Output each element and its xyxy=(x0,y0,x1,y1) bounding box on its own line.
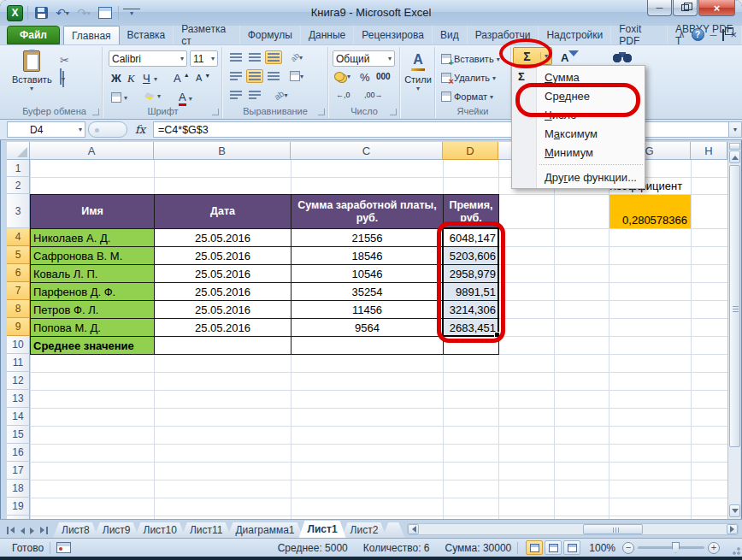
align-top-button[interactable] xyxy=(227,50,244,64)
zoom-out-button[interactable]: − xyxy=(622,542,634,554)
dialog-launcher-icon[interactable] xyxy=(390,109,397,115)
maximize-button[interactable] xyxy=(673,0,698,16)
decrease-indent-button[interactable] xyxy=(227,88,244,102)
zoom-slider-thumb[interactable] xyxy=(672,542,680,553)
select-all-corner[interactable] xyxy=(7,142,30,160)
sort-filter-button[interactable]: А xyxy=(561,49,579,65)
tab-review[interactable]: Рецензирова xyxy=(354,26,433,44)
sheet-tab[interactable]: Лист8 xyxy=(53,522,98,538)
cell-d10[interactable] xyxy=(444,337,499,355)
cell-c6[interactable]: 10546 xyxy=(292,265,444,283)
font-size-combo[interactable]: 11▾ xyxy=(190,50,218,67)
macro-record-icon[interactable] xyxy=(56,542,71,553)
autosum-button[interactable]: Σ ▾ xyxy=(513,47,552,65)
row-header[interactable]: 12 xyxy=(7,372,30,390)
accounting-format-button[interactable]: ▾ xyxy=(332,71,353,82)
cell-c9[interactable]: 9564 xyxy=(292,319,444,337)
align-right-button[interactable] xyxy=(265,69,282,83)
prev-sheet-button[interactable] xyxy=(17,528,25,534)
column-header-b[interactable]: B xyxy=(154,142,291,160)
scroll-left-button[interactable] xyxy=(408,524,419,534)
zoom-in-button[interactable]: + xyxy=(708,542,720,554)
row-header[interactable]: 5 xyxy=(7,246,30,264)
format-cells-button[interactable]: Формат▾ xyxy=(439,89,496,104)
chevron-down-icon[interactable]: ▾ xyxy=(154,75,157,83)
normal-view-button[interactable] xyxy=(526,540,543,555)
zoom-slider[interactable] xyxy=(638,546,704,549)
horizontal-scrollbar[interactable] xyxy=(407,523,739,535)
cell-b8[interactable]: 25.05.2016 xyxy=(155,301,292,319)
cell-a4[interactable]: Николаев А. Д. xyxy=(31,229,155,247)
cell-b10[interactable] xyxy=(155,337,292,355)
styles-button[interactable]: A Стили ▾ xyxy=(403,52,433,92)
tab-data[interactable]: Данные xyxy=(301,26,354,44)
increase-indent-button[interactable] xyxy=(246,88,263,102)
underline-button[interactable]: Ч xyxy=(140,71,153,85)
table-header-cell[interactable]: Премия, руб. xyxy=(444,195,499,229)
align-center-button[interactable] xyxy=(246,69,263,83)
workbook-restore-button[interactable] xyxy=(722,30,724,40)
percent-style-button[interactable]: % xyxy=(357,70,373,85)
shrink-font-button[interactable]: А▼ xyxy=(193,72,213,84)
dialog-launcher-icon[interactable] xyxy=(92,109,99,115)
row-header[interactable]: 17 xyxy=(7,462,30,480)
delete-cells-button[interactable]: Удалить▾ xyxy=(439,70,498,85)
bold-button[interactable]: Ж xyxy=(109,71,124,85)
table-header-cell[interactable]: Сумма заработной платы, руб. xyxy=(292,195,444,229)
italic-button[interactable]: К xyxy=(125,71,138,86)
cell-c10[interactable] xyxy=(292,337,444,355)
sheet-tab[interactable]: Лист11 xyxy=(181,522,232,538)
tab-foxit-pdf[interactable]: Foxit PDF xyxy=(611,26,668,44)
insert-worksheet-button[interactable] xyxy=(382,522,404,538)
cell-a7[interactable]: Парфенов Д. Ф. xyxy=(31,283,155,301)
comma-style-button[interactable]: 000 xyxy=(374,71,393,82)
last-sheet-button[interactable] xyxy=(40,527,48,534)
row-header[interactable]: 11 xyxy=(7,354,30,372)
font-name-combo[interactable]: Calibri▾ xyxy=(109,50,187,67)
dialog-launcher-icon[interactable] xyxy=(212,109,219,115)
wrap-text-button[interactable]: ab▾ xyxy=(273,88,290,102)
row-header[interactable]: 19 xyxy=(7,498,30,516)
dialog-launcher-icon[interactable] xyxy=(318,109,325,115)
menu-item-count[interactable]: Число xyxy=(512,105,645,124)
name-box[interactable]: D4▾ xyxy=(7,121,85,138)
row-header[interactable]: 3 xyxy=(7,194,30,228)
cell-b6[interactable]: 25.05.2016 xyxy=(155,265,292,283)
row-header[interactable]: 16 xyxy=(7,444,30,462)
first-sheet-button[interactable] xyxy=(7,527,15,534)
cell-g3-coefficient-value[interactable]: 0,280578366 xyxy=(610,195,691,228)
page-layout-view-button[interactable] xyxy=(545,540,562,555)
borders-button[interactable]: ▾ xyxy=(109,91,130,103)
align-bottom-button[interactable] xyxy=(265,50,282,64)
fill-color-button[interactable]: ▾ xyxy=(142,91,163,101)
increase-decimal-button[interactable]: ←,0 xyxy=(333,90,353,100)
row-header[interactable]: 15 xyxy=(7,426,30,444)
zoom-level[interactable]: 100% xyxy=(589,542,615,554)
cell-b5[interactable]: 25.05.2016 xyxy=(155,247,292,265)
number-format-combo[interactable]: Общий▾ xyxy=(333,50,395,67)
merge-center-button[interactable]: ▾ xyxy=(288,69,305,83)
row-header[interactable]: 1 xyxy=(7,160,30,177)
insert-cells-button[interactable]: Вставить▾ xyxy=(439,51,503,67)
row-header[interactable]: 18 xyxy=(7,480,30,498)
page-break-view-button[interactable] xyxy=(563,540,580,555)
scrollbar-thumb[interactable] xyxy=(729,165,740,447)
sheet-tab[interactable]: Диаграмма1 xyxy=(227,522,303,538)
row-header[interactable]: 8 xyxy=(7,300,30,318)
row-header[interactable]: 4 xyxy=(7,228,30,246)
cell-c5[interactable]: 18546 xyxy=(292,247,444,265)
tab-insert[interactable]: Вставка xyxy=(120,26,174,44)
orientation-button[interactable]: ab▾ xyxy=(288,50,305,64)
tab-addins[interactable]: Надстройки xyxy=(539,26,611,44)
menu-item-min[interactable]: Минимум xyxy=(512,143,645,162)
autosum-dropdown-arrow[interactable]: ▾ xyxy=(540,52,551,60)
worksheet-grid[interactable]: A B C D E F G H 1 2 3 4 5 6 7 8 9 10 11 … xyxy=(7,142,727,519)
help-icon[interactable]: ? xyxy=(692,28,704,41)
scrollbar-thumb[interactable] xyxy=(583,524,643,534)
next-sheet-button[interactable] xyxy=(30,528,38,534)
cell-a6[interactable]: Коваль Л. П. xyxy=(31,265,155,283)
cell-c7[interactable]: 35254 xyxy=(292,283,444,301)
cell-a5[interactable]: Сафронова В. М. xyxy=(31,247,155,265)
decrease-decimal-button[interactable]: ,00→ xyxy=(362,90,386,100)
table-header-cell[interactable]: Дата xyxy=(155,195,292,229)
